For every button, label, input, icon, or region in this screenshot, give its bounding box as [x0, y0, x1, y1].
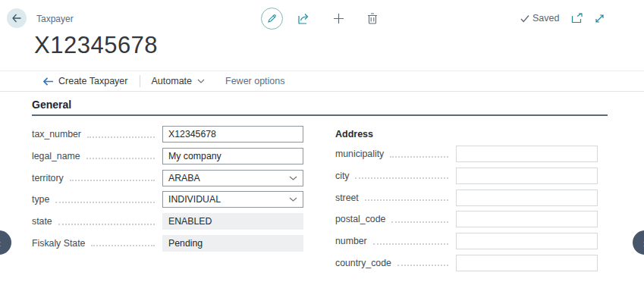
field-row-number: number: [335, 233, 598, 249]
dotted-leader: [91, 240, 155, 246]
fiskaly-state-readonly-field: Pending: [162, 235, 303, 252]
field-row-type: type INDIVIDUAL: [32, 191, 303, 208]
action-divider: [140, 75, 140, 87]
save-status: Saved: [520, 13, 559, 23]
field-row-city: city: [335, 168, 598, 184]
resize-button[interactable]: [591, 11, 608, 26]
address-group-heading: Address: [335, 129, 373, 139]
postal-code-input[interactable]: [456, 211, 598, 227]
trash-icon: [367, 12, 378, 24]
field-label: municipality: [335, 149, 384, 159]
field-row-postal-code: postal_code: [335, 211, 598, 227]
state-value: ENABLED: [168, 216, 212, 227]
dotted-leader: [58, 218, 155, 225]
number-input[interactable]: [456, 233, 598, 249]
dotted-leader: [87, 131, 155, 138]
delete-button[interactable]: [364, 10, 381, 27]
left-arrow-icon: [43, 77, 53, 86]
street-input[interactable]: [456, 190, 598, 206]
chevron-down-icon: [289, 197, 297, 202]
share-button[interactable]: [296, 11, 313, 26]
back-button[interactable]: [7, 8, 27, 28]
section-underline: [32, 114, 608, 116]
action-bar: Create Taxpayer Automate Fewer options: [0, 70, 644, 92]
field-label: legal_name: [32, 151, 80, 161]
dotted-leader: [355, 172, 448, 179]
page-caption: Taxpayer: [36, 14, 74, 24]
fewer-options-label: Fewer options: [225, 76, 285, 86]
legal-name-input[interactable]: [162, 148, 303, 164]
popout-icon: [571, 13, 583, 23]
dotted-leader: [390, 151, 448, 158]
dotted-leader: [86, 152, 155, 159]
country-code-input[interactable]: [456, 255, 598, 271]
plus-icon: [333, 13, 344, 24]
general-section-heading[interactable]: General: [32, 99, 71, 111]
field-row-state: state ENABLED: [32, 213, 303, 230]
taxpayer-card-page: Taxpayer Saved X12345678: [0, 0, 644, 307]
diagonal-expand-icon: [594, 13, 605, 24]
dotted-leader: [70, 174, 155, 181]
field-label: Fiskaly State: [32, 238, 85, 249]
create-taxpayer-action[interactable]: Create Taxpayer: [43, 76, 128, 86]
create-taxpayer-label: Create Taxpayer: [58, 76, 128, 86]
tax-number-input[interactable]: [162, 126, 303, 143]
city-input[interactable]: [456, 168, 598, 184]
field-label: street: [335, 193, 359, 203]
back-arrow-icon: [11, 14, 22, 23]
field-row-country-code: country_code: [335, 255, 598, 271]
territory-value: ARABA: [168, 173, 200, 183]
chevron-down-icon: [289, 176, 297, 180]
field-label: territory: [32, 173, 64, 183]
dotted-leader: [55, 196, 155, 203]
new-record-button[interactable]: [330, 11, 347, 26]
field-row-municipality: municipality: [335, 146, 598, 162]
general-left-column: tax_number legal_name territory ARABA ty…: [32, 126, 303, 257]
field-label: city: [335, 171, 349, 181]
check-icon: [520, 14, 529, 23]
previous-record-paddle[interactable]: ‹: [0, 230, 11, 255]
address-column: municipality city street postal_code num…: [335, 146, 598, 277]
automate-menu[interactable]: Automate: [152, 76, 206, 86]
field-label: tax_number: [32, 129, 81, 139]
state-readonly-field: ENABLED: [162, 213, 303, 230]
open-in-new-window-button[interactable]: [569, 11, 586, 25]
field-row-street: street: [335, 190, 598, 206]
territory-dropdown[interactable]: ARABA: [162, 170, 303, 186]
dotted-leader: [397, 259, 448, 266]
fewer-options-action[interactable]: Fewer options: [225, 76, 285, 86]
edit-button[interactable]: [261, 8, 283, 30]
next-record-paddle[interactable]: ›: [633, 230, 644, 255]
field-row-territory: territory ARABA: [32, 170, 303, 186]
chevron-left-icon: ‹: [0, 237, 2, 249]
municipality-input[interactable]: [456, 146, 598, 162]
dotted-leader: [365, 194, 448, 201]
automate-label: Automate: [152, 76, 193, 86]
field-label: state: [32, 216, 52, 227]
field-label: postal_code: [335, 214, 385, 224]
field-label: type: [32, 194, 49, 205]
field-row-legal-name: legal_name: [32, 148, 303, 164]
pencil-icon: [266, 13, 278, 24]
dotted-leader: [391, 216, 448, 223]
save-status-label: Saved: [532, 13, 559, 23]
type-dropdown[interactable]: INDIVIDUAL: [162, 191, 303, 208]
dotted-leader: [373, 238, 448, 245]
type-value: INDIVIDUAL: [168, 194, 221, 205]
field-label: country_code: [335, 258, 391, 268]
fiskaly-state-value: Pending: [168, 238, 203, 249]
field-row-tax-number: tax_number: [32, 126, 303, 143]
chevron-down-icon: [197, 79, 205, 83]
share-icon: [297, 12, 311, 25]
field-label: number: [335, 236, 367, 246]
field-row-fiskaly-state: Fiskaly State Pending: [32, 235, 303, 252]
record-title: X12345678: [34, 32, 158, 59]
